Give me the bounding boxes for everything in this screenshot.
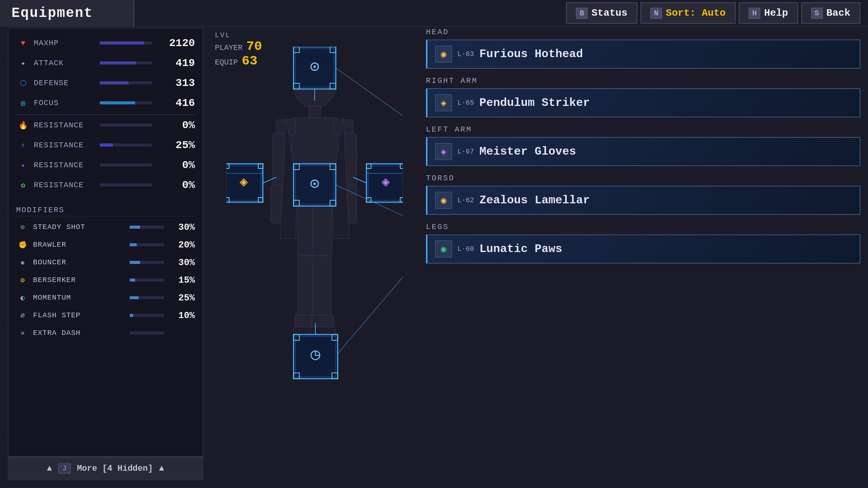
mod-value-steady-shot: 30%: [168, 222, 195, 232]
arrow-up-icon: ▲: [47, 464, 52, 473]
head-item-icon: ◉: [435, 46, 452, 63]
mod-bar-fill-momentum: [130, 296, 139, 299]
svg-text:⊙: ⊙: [310, 175, 319, 194]
stat-value-resist-magic: 0%: [157, 159, 195, 171]
top-bar: Equipment B Status N Sort: Auto H Help S…: [0, 0, 868, 27]
stat-name-focus: FOCUS: [34, 99, 95, 107]
shield-icon: ⬡: [16, 76, 30, 90]
heart-icon: ♥: [16, 36, 30, 50]
stat-bar-fill-resist-lightning: [100, 143, 113, 147]
status-button[interactable]: B Status: [566, 2, 637, 24]
brawler-icon: ✊: [16, 238, 29, 251]
sort-key: N: [650, 8, 662, 19]
status-key: B: [576, 8, 587, 19]
sort-button[interactable]: N Sort: Auto: [640, 2, 736, 24]
stat-row-focus: ◎ FOCUS 416: [16, 94, 195, 111]
top-buttons: B Status N Sort: Auto H Help S Back: [566, 2, 868, 24]
svg-text:◈: ◈: [239, 175, 248, 190]
stat-bar-fill-attack: [100, 61, 136, 64]
title-area: Equipment: [0, 0, 134, 26]
mod-value-brawler: 20%: [168, 240, 195, 250]
bouncer-icon: ◈: [16, 256, 29, 269]
torso-item-name: Zealous Lamellar: [479, 194, 590, 207]
stat-row-resist-magic: ✦ RESISTANCE 0%: [16, 157, 195, 173]
extra-dash-icon: »: [16, 326, 29, 340]
mod-bar-fill-berserker: [130, 279, 135, 282]
more-label: More [4 Hidden]: [77, 464, 153, 473]
help-label: Help: [764, 7, 788, 19]
head-label: HEAD: [426, 28, 860, 36]
modifier-brawler: ✊ BRAWLER 20%: [16, 237, 195, 252]
stat-name-resist-magic: RESISTANCE: [34, 161, 95, 170]
stat-row-resist-fire: 🔥 RESISTANCE 0%: [16, 117, 195, 134]
mod-name-brawler: BRAWLER: [33, 241, 126, 249]
mod-bar-fill-flash-step: [130, 314, 133, 317]
stat-bar-fill-defense: [100, 81, 129, 84]
mod-value-momentum: 25%: [168, 293, 195, 303]
left-arm-equip-button[interactable]: ◈ L·67 Meister Gloves: [426, 137, 860, 166]
stat-name-defense: DEFENSE: [34, 79, 95, 87]
help-button[interactable]: H Help: [739, 2, 798, 24]
focus-icon: ◎: [16, 96, 30, 110]
legs-equip-button[interactable]: ◉ L·60 Lunatic Paws: [426, 234, 860, 264]
mod-bar-fill-steady-shot: [130, 226, 140, 229]
mod-bar-brawler: [130, 243, 164, 246]
back-button[interactable]: S Back: [801, 2, 860, 24]
torso-level-badge: L·62: [457, 196, 474, 204]
right-arm-equip-button[interactable]: ◈ L·65 Pendulum Striker: [426, 88, 860, 117]
modifier-flash-step: ⌀ FLASH STEP 10%: [16, 308, 195, 323]
modifier-extra-dash: » EXTRA DASH: [16, 325, 195, 341]
right-arm-item-icon: ◈: [435, 94, 452, 111]
stat-row-resist-nature: ✿ RESISTANCE 0%: [16, 176, 195, 193]
stat-value-defense: 313: [157, 77, 195, 89]
back-label: Back: [827, 7, 850, 19]
help-key: H: [749, 8, 760, 19]
modifier-berserker: ⚙ BERSERKER 15%: [16, 272, 195, 288]
page-title: Equipment: [12, 5, 93, 21]
svg-text:⊙: ⊙: [310, 58, 319, 77]
mod-name-bouncer: BOUNCER: [33, 258, 126, 267]
svg-text:◈: ◈: [381, 175, 390, 190]
mod-bar-steady-shot: [130, 226, 164, 229]
mod-bar-flash-step: [130, 314, 164, 317]
stat-bar-defense: [100, 81, 152, 84]
torso-item-icon: ◉: [435, 192, 452, 209]
more-button[interactable]: ▲ J More [4 Hidden] ▲: [8, 457, 203, 480]
stat-bar-fill-focus: [100, 101, 135, 104]
mod-name-extra-dash: EXTRA DASH: [33, 329, 126, 337]
left-arm-label: LEFT ARM: [426, 125, 860, 134]
left-panel: ♥ MAXHP 2120 ✦ ATTACK 419 ⬡ DEFENSE: [8, 28, 203, 480]
svg-line-65: [338, 277, 403, 354]
lvl-label: LVL: [215, 31, 262, 39]
stat-value-focus: 416: [157, 97, 195, 109]
svg-rect-10: [271, 185, 282, 223]
mod-name-momentum: MOMENTUM: [33, 293, 126, 302]
stat-name-resist-fire: RESISTANCE: [34, 121, 95, 130]
torso-equip-button[interactable]: ◉ L·62 Zealous Lamellar: [426, 186, 860, 215]
sort-label: Sort: Auto: [666, 7, 726, 19]
equip-section-left-arm: LEFT ARM ◈ L·67 Meister Gloves: [426, 125, 860, 166]
flash-step-icon: ⌀: [16, 309, 29, 322]
stats-section: ♥ MAXHP 2120 ✦ ATTACK 419 ⬡ DEFENSE: [8, 28, 203, 203]
equip-section-legs: LEGS ◉ L·60 Lunatic Paws: [426, 223, 860, 264]
stat-name-resist-nature: RESISTANCE: [34, 181, 95, 190]
stat-bar-attack: [100, 61, 152, 64]
slot-torso-group: ⊙: [294, 164, 336, 206]
svg-text:◷: ◷: [310, 346, 320, 364]
lightning-icon: ⚡: [16, 138, 30, 152]
head-equip-button[interactable]: ◉ L·63 Furious Hothead: [426, 40, 860, 69]
svg-line-61: [336, 68, 403, 116]
center-panel: LVL PLAYER 70 EQUIP 63: [207, 28, 422, 480]
character-view: ⊙ ◈ ⊙: [226, 47, 403, 476]
svg-rect-4: [309, 106, 320, 118]
mod-name-steady-shot: STEADY SHOT: [33, 223, 126, 231]
stat-bar-resist-magic: [100, 163, 152, 167]
head-level-badge: L·63: [457, 50, 474, 58]
modifier-momentum: ◐ MOMENTUM 25%: [16, 290, 195, 305]
stat-value-resist-nature: 0%: [157, 179, 195, 191]
stat-value-attack: 419: [157, 57, 195, 69]
stat-bar-maxhp: [100, 41, 152, 45]
modifiers-section: MODIFIERS ⊙ STEADY SHOT 30% ✊ BRAWLER 20…: [8, 203, 203, 346]
left-arm-item-icon: ◈: [435, 143, 452, 160]
mod-value-berserker: 15%: [168, 275, 195, 285]
